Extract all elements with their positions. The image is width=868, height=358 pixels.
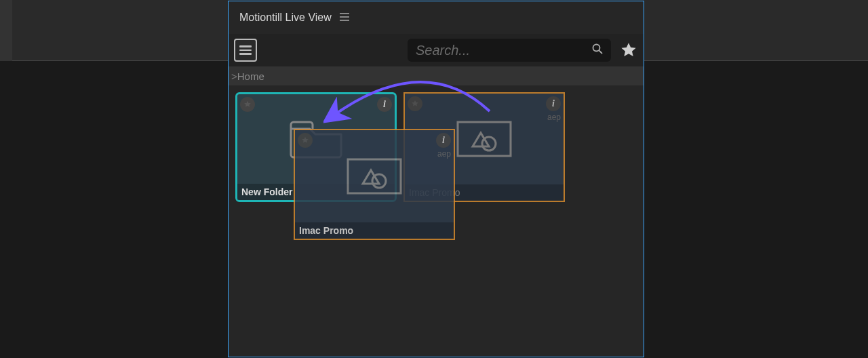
svg-point-0 <box>593 45 600 52</box>
thumbnail-icon <box>344 155 405 197</box>
search-container <box>408 39 611 62</box>
star-icon[interactable] <box>240 97 255 112</box>
file-extension-badge: aep <box>547 113 561 122</box>
search-input[interactable] <box>416 43 592 58</box>
file-extension-badge: aep <box>437 149 451 159</box>
dragging-label: Imac Promo <box>295 222 454 239</box>
breadcrumb: > Home <box>229 66 644 85</box>
hamburger-button[interactable] <box>234 39 257 62</box>
svg-point-4 <box>372 174 386 188</box>
search-icon[interactable] <box>592 43 603 57</box>
info-icon[interactable]: i <box>546 96 561 111</box>
dragging-tile[interactable]: i aep Imac Promo <box>294 129 455 240</box>
thumbnail-icon <box>454 118 515 160</box>
info-icon[interactable]: i <box>377 97 392 112</box>
info-icon[interactable]: i <box>436 133 451 148</box>
star-icon[interactable] <box>408 96 422 111</box>
toolbar <box>229 34 644 66</box>
panel-menu-icon[interactable] <box>340 12 349 24</box>
content-grid[interactable]: i New Folder i aep <box>229 85 644 357</box>
panel-title: Motiontill Live View <box>239 12 332 24</box>
panel-header: Motiontill Live View <box>229 1 644 34</box>
motiontill-panel: Motiontill Live View > Home <box>228 1 644 357</box>
svg-point-2 <box>482 137 496 151</box>
star-icon[interactable] <box>298 133 313 148</box>
left-gutter <box>0 0 12 61</box>
breadcrumb-home[interactable]: Home <box>237 71 264 82</box>
dragging-tile-body: i aep <box>295 130 454 222</box>
favorites-button[interactable] <box>619 41 638 60</box>
breadcrumb-prefix: > <box>231 71 237 82</box>
